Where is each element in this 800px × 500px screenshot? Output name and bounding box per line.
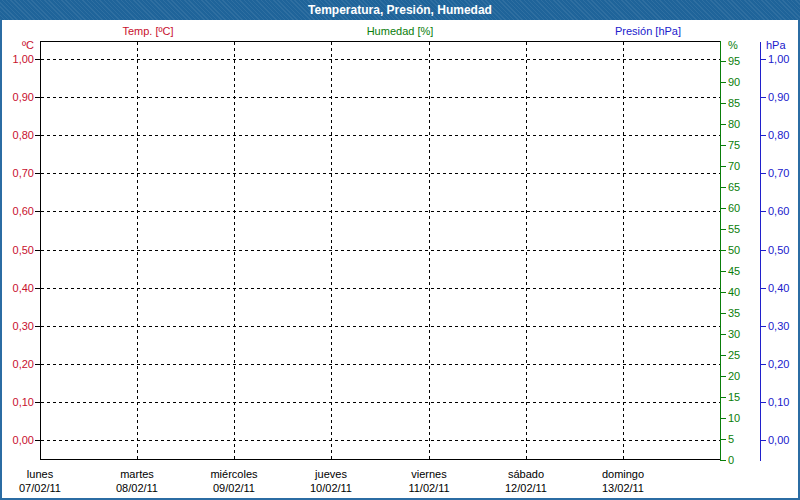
pressure-axis-tick [761,402,766,403]
legend-temp: Temp. [ºC] [78,25,218,37]
temp-axis-tick-label: 1,00 [2,53,34,65]
h-gridline [41,402,720,403]
pressure-axis-tick [761,173,766,174]
temp-axis-tick-label: 0,00 [2,434,34,446]
humidity-axis-tick-label: 50 [728,244,740,256]
temp-axis-tick-label: 0,20 [2,358,34,370]
legend-humidity: Humedad [%] [330,25,470,37]
pressure-axis-tick-label: 0,90 [768,91,789,103]
humidity-axis-tick-label: 0 [728,454,734,466]
pressure-axis-tick-label: 0,20 [768,358,789,370]
x-axis-day-label: jueves [286,468,376,480]
window-title: Temperatura, Presión, Humedad [308,3,492,17]
humidity-axis-tick-label: 45 [728,265,740,277]
v-gridline [623,42,624,460]
temp-axis-tick-label: 0,30 [2,320,34,332]
humidity-axis-tick [721,145,726,146]
temp-axis-tick-label: 0,90 [2,91,34,103]
humidity-axis-tick-label: 15 [728,391,740,403]
temp-axis-tick [35,211,40,212]
v-gridline [429,42,430,460]
temp-axis-tick [35,402,40,403]
x-axis-date-label: 13/02/11 [578,482,668,494]
h-gridline [41,288,720,289]
humidity-axis-tick-label: 85 [728,97,740,109]
pressure-axis-line [760,42,761,461]
humidity-axis-tick [721,187,726,188]
pressure-axis-tick-label: 0,10 [768,396,789,408]
x-axis-date-label: 09/02/11 [189,482,279,494]
humidity-axis-tick-label: 10 [728,412,740,424]
humidity-axis-tick [721,82,726,83]
humidity-axis-tick [721,292,726,293]
humidity-axis-tick [721,376,726,377]
humidity-axis-tick [721,313,726,314]
humidity-axis-tick [721,418,726,419]
x-axis-day-label: viernes [384,468,474,480]
h-gridline [41,326,720,327]
pressure-axis-tick-label: 0,00 [768,434,789,446]
x-axis-date-label: 07/02/11 [0,482,85,494]
temp-axis-tick [35,326,40,327]
pressure-axis-tick-label: 0,70 [768,167,789,179]
x-axis-day-label: martes [92,468,182,480]
temp-axis-tick [35,440,40,441]
temp-axis-tick-label: 0,60 [2,205,34,217]
humidity-axis-line [720,41,721,461]
humidity-axis-tick-label: 90 [728,76,740,88]
h-gridline [41,211,720,212]
temp-axis-header: ºC [2,39,34,51]
humidity-axis-tick-label: 80 [728,118,740,130]
x-axis-date-label: 12/02/11 [481,482,571,494]
humidity-axis-tick-label: 5 [728,433,734,445]
humidity-axis-tick [721,124,726,125]
humidity-axis-tick-label: 55 [728,223,740,235]
temp-axis-tick-label: 0,10 [2,396,34,408]
humidity-axis-tick [721,397,726,398]
pressure-axis-tick-label: 0,50 [768,244,789,256]
humidity-axis-tick [721,250,726,251]
pressure-axis-tick-label: 0,80 [768,129,789,141]
temp-axis-tick [35,288,40,289]
temp-axis-tick [35,250,40,251]
pressure-axis-tick [761,250,766,251]
humidity-axis-tick [721,334,726,335]
humidity-axis-tick-label: 20 [728,370,740,382]
x-axis-day-label: domingo [578,468,668,480]
legend-pressure: Presión [hPa] [578,25,718,37]
temp-axis-tick [35,173,40,174]
humidity-axis-tick-label: 35 [728,307,740,319]
h-gridline [41,440,720,441]
h-gridline [41,135,720,136]
pressure-axis-tick [761,97,766,98]
humidity-axis-tick [721,355,726,356]
v-gridline [331,42,332,460]
temp-axis-tick [35,59,40,60]
pressure-axis-tick [761,211,766,212]
humidity-axis-tick [721,208,726,209]
pressure-axis-tick [761,135,766,136]
humidity-axis-tick-label: 70 [728,160,740,172]
humidity-axis-tick-label: 75 [728,139,740,151]
humidity-axis-tick-label: 60 [728,202,740,214]
humidity-axis-tick [721,166,726,167]
v-gridline [234,42,235,460]
x-axis-date-label: 10/02/11 [286,482,376,494]
humidity-axis-tick [721,271,726,272]
pressure-axis-header: hPa [766,39,786,51]
humidity-axis-tick-label: 65 [728,181,740,193]
humidity-axis-tick [721,460,726,461]
h-gridline [41,97,720,98]
humidity-axis-tick [721,61,726,62]
humidity-axis-tick-label: 30 [728,328,740,340]
temp-axis-tick-label: 0,70 [2,167,34,179]
humidity-axis-header: % [728,39,738,51]
humidity-axis-tick-label: 25 [728,349,740,361]
h-gridline [41,364,720,365]
pressure-axis-tick [761,59,766,60]
humidity-axis-tick [721,439,726,440]
temp-axis-tick-label: 0,40 [2,282,34,294]
temp-axis-tick [35,97,40,98]
temp-axis-tick-label: 0,50 [2,244,34,256]
h-gridline [41,59,720,60]
